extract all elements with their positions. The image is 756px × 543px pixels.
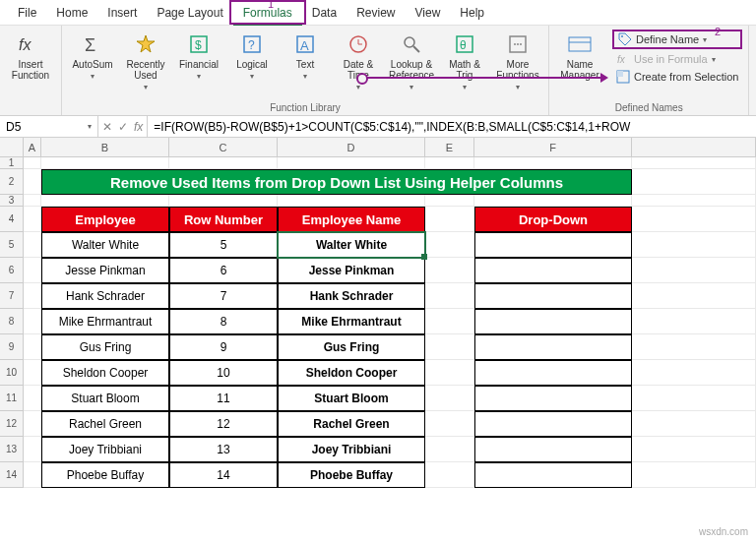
cell[interactable] xyxy=(425,207,474,232)
lookup-reference-button[interactable]: Lookup & Reference▾ xyxy=(387,30,436,94)
cell-drop-down[interactable] xyxy=(474,411,632,437)
menu-data[interactable]: Data xyxy=(302,2,346,24)
cell-employee-name[interactable]: Jesse Pinkman xyxy=(278,258,425,283)
cell[interactable] xyxy=(632,386,756,411)
cell[interactable] xyxy=(24,283,41,309)
cell-drop-down[interactable] xyxy=(474,437,632,462)
cell[interactable] xyxy=(24,411,41,437)
cell[interactable] xyxy=(632,207,756,232)
cell[interactable] xyxy=(632,232,756,258)
text-button[interactable]: A Text▾ xyxy=(281,30,330,84)
cell[interactable] xyxy=(632,411,756,437)
cell[interactable] xyxy=(24,169,41,195)
row-header[interactable]: 7 xyxy=(0,283,24,309)
col-header-blank[interactable] xyxy=(632,138,756,156)
cell-row-number[interactable]: 7 xyxy=(169,283,278,309)
cell[interactable] xyxy=(632,195,756,207)
cell-row-number[interactable]: 10 xyxy=(169,360,278,386)
cell-row-number[interactable]: 6 xyxy=(169,258,278,283)
menu-page-layout[interactable]: Page Layout xyxy=(147,2,232,24)
cell-employee[interactable]: Phoebe Buffay xyxy=(41,462,169,488)
cell-row-number[interactable]: 9 xyxy=(169,334,278,360)
col-header-b[interactable]: B xyxy=(41,138,169,156)
cell-employee-name[interactable]: Joey Tribbiani xyxy=(278,437,425,462)
cell[interactable] xyxy=(24,207,41,232)
cell[interactable] xyxy=(24,386,41,411)
row-header[interactable]: 1 xyxy=(0,157,24,169)
col-header-d[interactable]: D xyxy=(278,138,425,156)
cell-employee[interactable]: Hank Schrader xyxy=(41,283,169,309)
cell[interactable] xyxy=(425,157,474,169)
define-name-button[interactable]: Define Name ▾ xyxy=(612,30,742,49)
formula-bar[interactable]: =IF(ROW(B5)-ROW(B$5)+1>COUNT(C$5:C$14),"… xyxy=(148,116,756,137)
autosum-button[interactable]: Σ AutoSum▾ xyxy=(68,30,117,84)
math-trig-button[interactable]: θ Math & Trig▾ xyxy=(440,30,489,94)
cell[interactable] xyxy=(24,309,41,334)
cell[interactable] xyxy=(425,360,474,386)
cell-employee-name[interactable]: Hank Schrader xyxy=(278,283,425,309)
cell[interactable] xyxy=(632,360,756,386)
logical-button[interactable]: ? Logical▾ xyxy=(227,30,277,84)
row-header[interactable]: 13 xyxy=(0,437,24,462)
cell-employee-name[interactable]: Walter White xyxy=(278,232,425,258)
cell-row-number[interactable]: 12 xyxy=(169,411,278,437)
fx-icon[interactable]: fx xyxy=(134,120,143,134)
recently-used-button[interactable]: Recently Used▾ xyxy=(121,30,170,94)
cell-employee-name[interactable]: Phoebe Buffay xyxy=(278,462,425,488)
menu-help[interactable]: Help xyxy=(450,2,494,24)
menu-home[interactable]: Home xyxy=(46,2,97,24)
cell-employee[interactable]: Stuart Bloom xyxy=(41,386,169,411)
cell[interactable] xyxy=(632,462,756,488)
col-header-f[interactable]: F xyxy=(474,138,632,156)
cell-employee[interactable]: Jesse Pinkman xyxy=(41,258,169,283)
cell-drop-down[interactable] xyxy=(474,309,632,334)
row-header[interactable]: 11 xyxy=(0,386,24,411)
col-header-a[interactable]: A xyxy=(24,138,41,156)
use-in-formula-button[interactable]: fx Use in Formula ▾ xyxy=(612,51,742,67)
cell[interactable] xyxy=(24,232,41,258)
cell[interactable] xyxy=(24,258,41,283)
cell[interactable] xyxy=(278,157,425,169)
cell[interactable] xyxy=(169,195,278,207)
cell[interactable] xyxy=(24,334,41,360)
cell[interactable] xyxy=(632,334,756,360)
cell[interactable] xyxy=(41,195,169,207)
cell-employee[interactable]: Joey Tribbiani xyxy=(41,437,169,462)
cell-employee-name[interactable]: Rachel Green xyxy=(278,411,425,437)
enter-icon[interactable]: ✓ xyxy=(118,120,128,134)
col-header-c[interactable]: C xyxy=(169,138,278,156)
cell[interactable] xyxy=(425,283,474,309)
cell[interactable] xyxy=(632,258,756,283)
header-row-number[interactable]: Row Number xyxy=(169,207,278,232)
cell[interactable] xyxy=(425,309,474,334)
insert-function-button[interactable]: fx Insert Function xyxy=(6,30,55,83)
cell-row-number[interactable]: 5 xyxy=(169,232,278,258)
menu-file[interactable]: File xyxy=(8,2,46,24)
cell[interactable] xyxy=(24,157,41,169)
cell-employee-name[interactable]: Sheldon Cooper xyxy=(278,360,425,386)
cell-row-number[interactable]: 8 xyxy=(169,309,278,334)
header-drop-down[interactable]: Drop-Down xyxy=(474,207,632,232)
menu-view[interactable]: View xyxy=(406,2,451,24)
header-employee[interactable]: Employee xyxy=(41,207,169,232)
cell-employee[interactable]: Sheldon Cooper xyxy=(41,360,169,386)
cell-drop-down[interactable] xyxy=(474,258,632,283)
cell[interactable] xyxy=(474,195,632,207)
cell[interactable] xyxy=(425,232,474,258)
cell[interactable] xyxy=(24,195,41,207)
row-header[interactable]: 9 xyxy=(0,334,24,360)
cell[interactable] xyxy=(632,157,756,169)
cell[interactable] xyxy=(632,437,756,462)
cell[interactable] xyxy=(425,411,474,437)
header-employee-name[interactable]: Employee Name xyxy=(278,207,425,232)
row-header[interactable]: 14 xyxy=(0,462,24,488)
financial-button[interactable]: $ Financial▾ xyxy=(174,30,223,84)
menu-formulas[interactable]: Formulas xyxy=(233,2,302,26)
cell-row-number[interactable]: 13 xyxy=(169,437,278,462)
cell[interactable] xyxy=(425,195,474,207)
cell[interactable] xyxy=(425,462,474,488)
cell[interactable] xyxy=(24,437,41,462)
row-header[interactable]: 4 xyxy=(0,207,24,232)
cell[interactable] xyxy=(278,195,425,207)
cell-drop-down[interactable] xyxy=(474,360,632,386)
